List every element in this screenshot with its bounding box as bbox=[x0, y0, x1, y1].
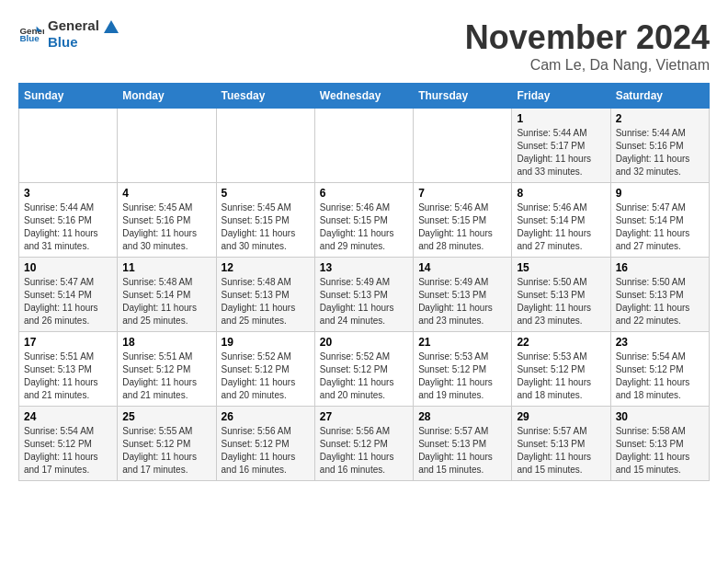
day-cell: 28Sunrise: 5:57 AMSunset: 5:13 PMDayligh… bbox=[414, 407, 512, 481]
weekday-header-wednesday: Wednesday bbox=[314, 84, 413, 109]
day-cell: 19Sunrise: 5:52 AMSunset: 5:12 PMDayligh… bbox=[216, 332, 314, 407]
svg-text:Blue: Blue bbox=[19, 34, 40, 44]
location: Cam Le, Da Nang, Vietnam bbox=[465, 57, 710, 74]
day-info: Sunrise: 5:48 AMSunset: 5:14 PMDaylight:… bbox=[122, 276, 210, 327]
day-number: 6 bbox=[320, 187, 408, 200]
week-row-5: 24Sunrise: 5:54 AMSunset: 5:12 PMDayligh… bbox=[19, 407, 710, 481]
day-cell bbox=[414, 109, 512, 183]
page-header: General Blue General Blue November 2024 … bbox=[18, 18, 710, 74]
day-cell: 4Sunrise: 5:45 AMSunset: 5:16 PMDaylight… bbox=[118, 183, 216, 258]
day-number: 8 bbox=[517, 187, 605, 200]
day-info: Sunrise: 5:47 AMSunset: 5:14 PMDaylight:… bbox=[24, 276, 112, 327]
day-cell bbox=[314, 109, 413, 183]
weekday-header-friday: Friday bbox=[512, 84, 610, 109]
day-info: Sunrise: 5:46 AMSunset: 5:14 PMDaylight:… bbox=[517, 201, 605, 253]
day-number: 26 bbox=[222, 410, 310, 423]
day-info: Sunrise: 5:50 AMSunset: 5:13 PMDaylight:… bbox=[517, 276, 605, 327]
day-cell: 16Sunrise: 5:50 AMSunset: 5:13 PMDayligh… bbox=[610, 258, 709, 332]
day-cell: 9Sunrise: 5:47 AMSunset: 5:14 PMDaylight… bbox=[610, 183, 709, 258]
day-cell: 1Sunrise: 5:44 AMSunset: 5:17 PMDaylight… bbox=[512, 109, 610, 183]
day-cell: 30Sunrise: 5:58 AMSunset: 5:13 PMDayligh… bbox=[610, 407, 709, 481]
weekday-header-saturday: Saturday bbox=[610, 84, 709, 109]
day-info: Sunrise: 5:49 AMSunset: 5:13 PMDaylight:… bbox=[418, 276, 506, 327]
day-number: 17 bbox=[24, 336, 112, 349]
day-number: 24 bbox=[24, 410, 112, 423]
logo: General Blue General Blue bbox=[18, 18, 119, 51]
day-cell bbox=[19, 109, 118, 183]
day-cell: 21Sunrise: 5:53 AMSunset: 5:12 PMDayligh… bbox=[414, 332, 512, 407]
day-number: 23 bbox=[616, 336, 704, 349]
day-cell: 3Sunrise: 5:44 AMSunset: 5:16 PMDaylight… bbox=[19, 183, 118, 258]
day-number: 15 bbox=[517, 261, 605, 274]
svg-marker-2 bbox=[104, 20, 119, 33]
day-info: Sunrise: 5:56 AMSunset: 5:12 PMDaylight:… bbox=[320, 425, 408, 477]
day-info: Sunrise: 5:58 AMSunset: 5:13 PMDaylight:… bbox=[616, 425, 704, 477]
day-info: Sunrise: 5:53 AMSunset: 5:12 PMDaylight:… bbox=[418, 350, 506, 402]
day-cell: 20Sunrise: 5:52 AMSunset: 5:12 PMDayligh… bbox=[314, 332, 413, 407]
logo-general: General bbox=[48, 17, 99, 33]
logo-triangle bbox=[103, 18, 119, 35]
day-info: Sunrise: 5:44 AMSunset: 5:17 PMDaylight:… bbox=[517, 127, 605, 178]
day-info: Sunrise: 5:47 AMSunset: 5:14 PMDaylight:… bbox=[616, 201, 704, 253]
title-section: November 2024 Cam Le, Da Nang, Vietnam bbox=[465, 18, 710, 74]
day-info: Sunrise: 5:57 AMSunset: 5:13 PMDaylight:… bbox=[418, 425, 506, 477]
weekday-header-tuesday: Tuesday bbox=[216, 84, 314, 109]
day-info: Sunrise: 5:51 AMSunset: 5:12 PMDaylight:… bbox=[122, 350, 210, 402]
calendar-table: SundayMondayTuesdayWednesdayThursdayFrid… bbox=[18, 83, 710, 481]
day-info: Sunrise: 5:45 AMSunset: 5:15 PMDaylight:… bbox=[222, 201, 310, 253]
day-info: Sunrise: 5:45 AMSunset: 5:16 PMDaylight:… bbox=[122, 201, 210, 253]
week-row-3: 10Sunrise: 5:47 AMSunset: 5:14 PMDayligh… bbox=[19, 258, 710, 332]
day-number: 20 bbox=[320, 336, 408, 349]
day-info: Sunrise: 5:46 AMSunset: 5:15 PMDaylight:… bbox=[418, 201, 506, 253]
day-number: 5 bbox=[222, 187, 310, 200]
day-info: Sunrise: 5:51 AMSunset: 5:13 PMDaylight:… bbox=[24, 350, 112, 402]
day-info: Sunrise: 5:52 AMSunset: 5:12 PMDaylight:… bbox=[320, 350, 408, 402]
week-row-1: 1Sunrise: 5:44 AMSunset: 5:17 PMDaylight… bbox=[19, 109, 710, 183]
day-cell: 26Sunrise: 5:56 AMSunset: 5:12 PMDayligh… bbox=[216, 407, 314, 481]
day-info: Sunrise: 5:49 AMSunset: 5:13 PMDaylight:… bbox=[320, 276, 408, 327]
day-number: 4 bbox=[122, 187, 210, 200]
day-number: 9 bbox=[616, 187, 704, 200]
weekday-header-row: SundayMondayTuesdayWednesdayThursdayFrid… bbox=[19, 84, 710, 109]
day-info: Sunrise: 5:44 AMSunset: 5:16 PMDaylight:… bbox=[616, 127, 704, 178]
week-row-4: 17Sunrise: 5:51 AMSunset: 5:13 PMDayligh… bbox=[19, 332, 710, 407]
day-number: 13 bbox=[320, 261, 408, 274]
day-number: 14 bbox=[418, 261, 506, 274]
day-cell bbox=[216, 109, 314, 183]
logo-blue: Blue bbox=[48, 35, 119, 51]
day-cell: 5Sunrise: 5:45 AMSunset: 5:15 PMDaylight… bbox=[216, 183, 314, 258]
weekday-header-monday: Monday bbox=[118, 84, 216, 109]
day-number: 10 bbox=[24, 261, 112, 274]
day-number: 29 bbox=[517, 410, 605, 423]
day-number: 1 bbox=[517, 112, 605, 125]
day-cell: 29Sunrise: 5:57 AMSunset: 5:13 PMDayligh… bbox=[512, 407, 610, 481]
day-info: Sunrise: 5:54 AMSunset: 5:12 PMDaylight:… bbox=[616, 350, 704, 402]
day-number: 16 bbox=[616, 261, 704, 274]
day-info: Sunrise: 5:44 AMSunset: 5:16 PMDaylight:… bbox=[24, 201, 112, 253]
day-number: 2 bbox=[616, 112, 704, 125]
day-number: 11 bbox=[122, 261, 210, 274]
day-cell: 6Sunrise: 5:46 AMSunset: 5:15 PMDaylight… bbox=[314, 183, 413, 258]
day-cell: 10Sunrise: 5:47 AMSunset: 5:14 PMDayligh… bbox=[19, 258, 118, 332]
day-number: 3 bbox=[24, 187, 112, 200]
day-number: 18 bbox=[122, 336, 210, 349]
day-number: 21 bbox=[418, 336, 506, 349]
day-number: 22 bbox=[517, 336, 605, 349]
day-cell: 13Sunrise: 5:49 AMSunset: 5:13 PMDayligh… bbox=[314, 258, 413, 332]
day-info: Sunrise: 5:56 AMSunset: 5:12 PMDaylight:… bbox=[222, 425, 310, 477]
day-cell: 27Sunrise: 5:56 AMSunset: 5:12 PMDayligh… bbox=[314, 407, 413, 481]
day-number: 7 bbox=[418, 187, 506, 200]
day-info: Sunrise: 5:48 AMSunset: 5:13 PMDaylight:… bbox=[222, 276, 310, 327]
day-number: 30 bbox=[616, 410, 704, 423]
day-cell: 23Sunrise: 5:54 AMSunset: 5:12 PMDayligh… bbox=[610, 332, 709, 407]
day-cell: 25Sunrise: 5:55 AMSunset: 5:12 PMDayligh… bbox=[118, 407, 216, 481]
day-cell: 24Sunrise: 5:54 AMSunset: 5:12 PMDayligh… bbox=[19, 407, 118, 481]
day-cell: 18Sunrise: 5:51 AMSunset: 5:12 PMDayligh… bbox=[118, 332, 216, 407]
day-cell: 11Sunrise: 5:48 AMSunset: 5:14 PMDayligh… bbox=[118, 258, 216, 332]
month-title: November 2024 bbox=[465, 18, 710, 57]
day-cell bbox=[118, 109, 216, 183]
day-cell: 22Sunrise: 5:53 AMSunset: 5:12 PMDayligh… bbox=[512, 332, 610, 407]
day-cell: 8Sunrise: 5:46 AMSunset: 5:14 PMDaylight… bbox=[512, 183, 610, 258]
day-number: 28 bbox=[418, 410, 506, 423]
day-info: Sunrise: 5:54 AMSunset: 5:12 PMDaylight:… bbox=[24, 425, 112, 477]
